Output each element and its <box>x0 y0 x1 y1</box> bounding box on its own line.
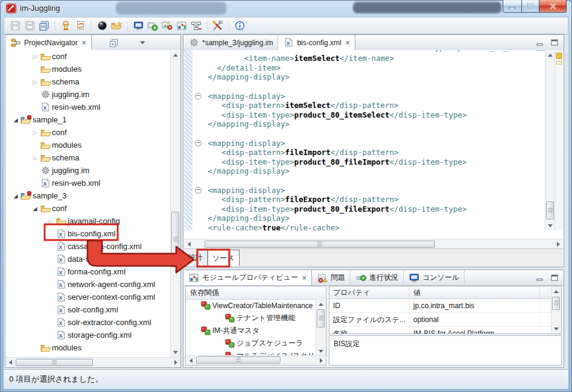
tree-item-modules[interactable]: modules <box>6 63 170 75</box>
tab-project-navigator[interactable]: ProjectNavigator × <box>5 35 92 50</box>
tree-item-schema[interactable]: ▷schema <box>6 151 170 164</box>
close-icon[interactable]: × <box>302 274 307 282</box>
import-project-button[interactable] <box>109 19 124 33</box>
scroll-thumb[interactable] <box>196 356 281 364</box>
about-button[interactable] <box>232 19 247 33</box>
scroll-thumb[interactable] <box>171 212 179 267</box>
dependency-item[interactable]: ジョブスケジューラ <box>186 337 316 350</box>
property-name-cell[interactable]: 設定ファイルのステ... <box>329 313 410 327</box>
scroll-down-arrow[interactable] <box>545 221 555 230</box>
refresh-module-button[interactable] <box>73 19 87 33</box>
property-name-cell[interactable]: ID <box>329 299 410 313</box>
collapsed-arrow-icon[interactable]: ▷ <box>30 50 40 63</box>
scroll-up-arrow[interactable] <box>171 50 180 60</box>
tab-juggling-im[interactable]: *sample_3/juggling.im <box>183 35 278 50</box>
expanded-arrow-icon[interactable]: ◢ <box>30 202 40 215</box>
tab-design[interactable]: 設計 <box>184 249 208 266</box>
tree-item-solr-extractor-config.xml[interactable]: Xsolr-extractor-config.xml <box>6 316 170 329</box>
property-value-cell[interactable]: jp.co.intra_mart.bis <box>410 299 540 313</box>
scroll-down-arrow[interactable] <box>551 324 561 334</box>
tree-item-conf[interactable]: ▷conf <box>6 126 170 139</box>
tree-item-forma-config.xml[interactable]: Xforma-config.xml <box>6 265 170 278</box>
juggling-ball-button[interactable] <box>95 19 109 33</box>
tab-bis-config-xml[interactable]: X bis-config.xml × <box>278 35 355 50</box>
tree-remove-button[interactable] <box>189 19 203 33</box>
tree-item-sample_3[interactable]: ◢sample_3 <box>6 189 170 202</box>
tree-item-juggling.im[interactable]: juggling.im <box>6 88 170 101</box>
scroll-right-arrow[interactable] <box>316 356 326 365</box>
tree-item-juggling.im[interactable]: juggling.im <box>6 164 170 177</box>
scroll-thumb[interactable] <box>317 309 325 327</box>
scroll-up-arrow[interactable] <box>316 299 326 309</box>
title-bar[interactable]: im-Juggling <box>0 0 572 17</box>
maximize-icon[interactable] <box>166 37 177 48</box>
tree-vertical-scrollbar[interactable] <box>170 50 180 357</box>
scroll-right-arrow[interactable] <box>171 358 180 367</box>
close-icon[interactable]: × <box>82 39 86 47</box>
maximize-button[interactable] <box>521 0 539 13</box>
minimize-icon[interactable] <box>535 273 545 283</box>
expanded-arrow-icon[interactable]: ◢ <box>11 113 21 126</box>
tree-item-solr-config.xml[interactable]: Xsolr-config.xml <box>6 303 170 316</box>
tree-item-cassandra-config.xml[interactable]: Xcassandra-config.xml <box>6 240 170 253</box>
collapsed-arrow-icon[interactable]: ▷ <box>30 126 40 139</box>
tree-item-javamail-config[interactable]: ▷javamail-config <box>6 215 170 227</box>
fold-collapse-icon[interactable] <box>192 91 203 101</box>
scroll-left-arrow[interactable] <box>186 356 195 365</box>
tree-item-conf[interactable]: ▷conf <box>6 50 170 63</box>
run-module-button[interactable] <box>145 19 160 33</box>
module-view-button[interactable] <box>174 19 189 33</box>
tab-source[interactable]: ソース <box>208 250 240 266</box>
maximize-icon[interactable] <box>549 273 560 283</box>
export-war-button[interactable] <box>59 19 73 33</box>
property-value-cell[interactable]: IM-BIS for Accel Platform <box>410 327 540 334</box>
column-header-value[interactable]: 値 <box>410 286 540 299</box>
deps-horizontal-scrollbar[interactable] <box>186 355 326 365</box>
tree-item-data-source-mapping-config.xml[interactable]: Xdata-source-mapping-config.xml <box>6 253 170 265</box>
tab-console[interactable]: コンソール <box>404 270 465 285</box>
scroll-up-arrow[interactable] <box>551 286 561 296</box>
scroll-thumb[interactable] <box>546 201 554 220</box>
dependencies-header[interactable]: 依存関係 <box>186 286 326 300</box>
tree-item-network-agent-config.xml[interactable]: Xnetwork-agent-config.xml <box>6 278 170 291</box>
props-vertical-scrollbar[interactable] <box>551 286 561 334</box>
tab-progress[interactable]: 進行状況 <box>351 270 404 285</box>
dependency-item[interactable]: IM-共通マスタ <box>186 324 316 337</box>
scroll-right-arrow[interactable] <box>553 239 563 249</box>
view-menu-icon[interactable] <box>137 37 148 48</box>
tree-item-schema[interactable]: ▷schema <box>6 75 170 88</box>
tree-item-modules[interactable]: modules <box>6 341 170 354</box>
scroll-thumb[interactable] <box>552 297 560 310</box>
tree-item-storage-config.xml[interactable]: Xstorage-config.xml <box>6 329 170 341</box>
close-icon[interactable]: × <box>346 39 350 47</box>
module-wizard-button[interactable] <box>160 19 174 33</box>
scroll-left-arrow[interactable] <box>184 239 194 249</box>
tree-item-sample_1[interactable]: ◢sample_1 <box>6 113 170 126</box>
save-all-button[interactable] <box>37 19 51 33</box>
property-value-cell[interactable]: optional <box>410 313 540 327</box>
tree-item-resin-web.xml[interactable]: Xresin-web.xml <box>6 101 170 113</box>
scroll-up-arrow[interactable] <box>545 50 555 60</box>
collapsed-arrow-icon[interactable]: ▷ <box>30 151 40 164</box>
scroll-thumb[interactable] <box>205 241 435 248</box>
maximize-icon[interactable] <box>549 37 560 48</box>
tab-problems[interactable]: 問題 <box>312 270 351 285</box>
collapsed-arrow-icon[interactable]: ▷ <box>30 75 40 88</box>
column-header-property[interactable]: プロパティ <box>329 286 410 299</box>
dependency-item[interactable]: テナント管理機能 <box>186 312 316 324</box>
project-tree[interactable]: ▷confmodules▷schemajuggling.imXresin-web… <box>6 50 170 357</box>
tab-module-property-view[interactable]: モジュールプロパティビュー × <box>183 270 312 285</box>
preferences-button[interactable] <box>211 19 225 33</box>
scroll-left-arrow[interactable] <box>5 358 15 367</box>
tree-item-modules[interactable]: modules <box>6 139 170 151</box>
tree-item-server-context-config.xml[interactable]: Xserver-context-config.xml <box>6 291 170 303</box>
xml-editor[interactable]: <detail-item item-name="itemSelect" item… <box>184 50 536 230</box>
collapsed-arrow-icon[interactable]: ▷ <box>46 215 56 227</box>
scroll-down-arrow[interactable] <box>316 346 326 356</box>
tree-horizontal-scrollbar[interactable] <box>5 357 180 367</box>
editor-vertical-scrollbar[interactable] <box>545 50 555 230</box>
minimize-icon[interactable] <box>151 37 162 48</box>
tree-item-resin-web.xml[interactable]: Xresin-web.xml <box>6 177 170 189</box>
collapse-all-icon[interactable] <box>108 37 119 48</box>
close-button[interactable] <box>539 0 567 13</box>
